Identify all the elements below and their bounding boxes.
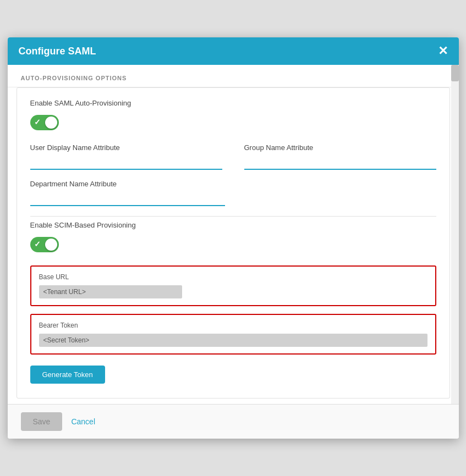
group-name-label: Group Name Attribute xyxy=(244,143,436,152)
toggle-check-icon: ✓ xyxy=(34,118,41,126)
auto-provisioning-section: Enable SAML Auto-Provisioning ✓ User Dis… xyxy=(17,87,450,398)
group-name-input[interactable] xyxy=(244,156,436,170)
bearer-token-value: <Secret Token> xyxy=(43,336,90,344)
enable-saml-label: Enable SAML Auto-Provisioning xyxy=(30,99,436,107)
generate-token-button[interactable]: Generate Token xyxy=(30,366,105,384)
enable-scim-group: Enable SCIM-Based Provisioning ✓ xyxy=(30,221,436,256)
department-name-group: Department Name Attribute xyxy=(30,180,225,206)
name-attributes-row: User Display Name Attribute Group Name A… xyxy=(30,143,436,180)
department-name-input[interactable] xyxy=(30,192,225,206)
cancel-button[interactable]: Cancel xyxy=(71,417,95,426)
user-display-name-input[interactable] xyxy=(30,156,222,170)
bearer-token-label: Bearer Token xyxy=(39,322,427,329)
toggle-knob xyxy=(45,117,57,129)
save-button[interactable]: Save xyxy=(21,412,63,431)
base-url-value-bar: <Tenant URL> xyxy=(39,285,182,298)
modal-dialog: Configure SAML ✕ AUTO-PROVISIONING OPTIO… xyxy=(8,37,459,439)
scim-toggle-knob xyxy=(45,239,57,251)
base-url-label: Base URL xyxy=(39,273,427,281)
enable-scim-label: Enable SCIM-Based Provisioning xyxy=(30,221,436,229)
enable-saml-group: Enable SAML Auto-Provisioning ✓ xyxy=(30,99,436,134)
modal-title: Configure SAML xyxy=(19,46,96,57)
toggle-track: ✓ xyxy=(30,115,59,130)
user-display-name-label: User Display Name Attribute xyxy=(30,143,222,152)
base-url-box: Base URL <Tenant URL> xyxy=(30,265,436,306)
base-url-value: <Tenant URL> xyxy=(43,288,86,296)
scim-toggle-check-icon: ✓ xyxy=(34,240,41,248)
bearer-token-box: Bearer Token <Secret Token> xyxy=(30,314,436,355)
group-name-group: Group Name Attribute xyxy=(244,143,436,170)
department-name-label: Department Name Attribute xyxy=(30,180,225,188)
scim-toggle-control[interactable]: ✓ xyxy=(30,237,59,252)
user-display-name-group: User Display Name Attribute xyxy=(30,143,222,170)
scim-toggle[interactable]: ✓ xyxy=(30,237,59,252)
modal-body: AUTO-PROVISIONING OPTIONS Enable SAML Au… xyxy=(8,65,459,404)
saml-toggle[interactable]: ✓ xyxy=(30,115,59,130)
close-button[interactable]: ✕ xyxy=(438,45,448,57)
scrollbar-thumb[interactable] xyxy=(451,65,459,81)
scim-toggle-track: ✓ xyxy=(30,237,59,252)
divider xyxy=(30,216,436,217)
modal-header: Configure SAML ✕ xyxy=(8,37,459,65)
modal-footer: Save Cancel xyxy=(8,404,459,439)
bearer-token-value-bar: <Secret Token> xyxy=(39,334,427,347)
scrollbar-track[interactable] xyxy=(451,65,459,404)
auto-provisioning-section-label: AUTO-PROVISIONING OPTIONS xyxy=(8,65,459,87)
saml-toggle-control[interactable]: ✓ xyxy=(30,115,59,130)
